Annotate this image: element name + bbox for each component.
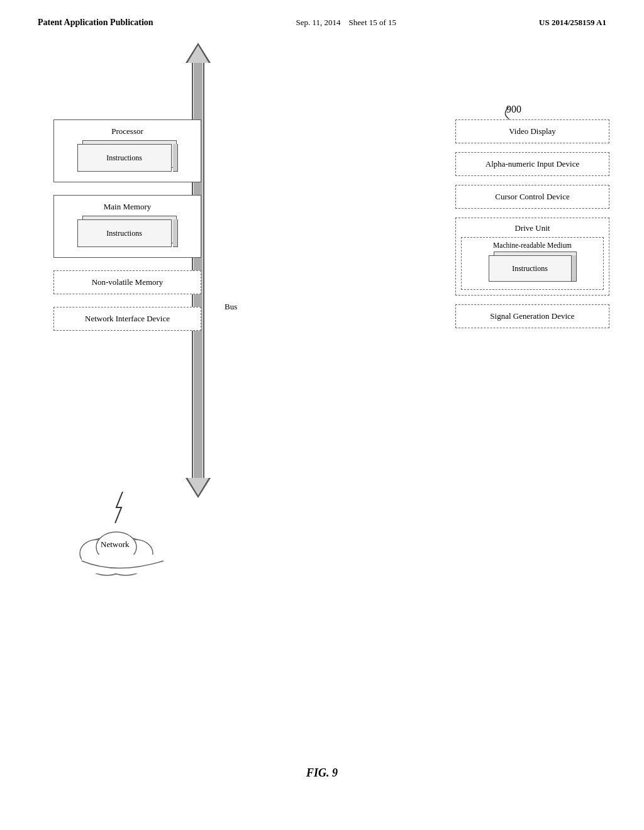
video-display-box: Video Display bbox=[455, 119, 609, 143]
drive-3d-side bbox=[572, 255, 577, 282]
main-memory-instructions-3d: Instructions bbox=[77, 216, 178, 248]
network-label: Network bbox=[101, 540, 130, 550]
left-column: Processor Instructions Main Memory Instr… bbox=[53, 119, 201, 343]
drive-unit-title: Drive Unit bbox=[461, 223, 604, 233]
processor-instructions-label: Instructions bbox=[77, 144, 172, 172]
bus-label: Bus bbox=[225, 302, 237, 312]
processor-instructions-3d: Instructions bbox=[77, 140, 178, 173]
figure-900-label: 900 bbox=[506, 104, 521, 115]
main-memory-3d-side bbox=[173, 219, 178, 247]
svg-marker-5 bbox=[187, 45, 209, 63]
network-cloud-icon bbox=[72, 522, 173, 578]
alpha-numeric-box: Alpha-numeric Input Device bbox=[455, 152, 609, 176]
drive-unit-box: Drive Unit Machine-readable Medium Instr… bbox=[455, 218, 609, 296]
non-volatile-memory-box: Non-volatile Memory bbox=[53, 270, 201, 294]
main-memory-instructions-label: Instructions bbox=[77, 219, 172, 247]
network-interface-box: Network Interface Device bbox=[53, 307, 201, 331]
processor-3d-side bbox=[173, 144, 178, 172]
drive-instructions-3d: Instructions bbox=[489, 252, 577, 283]
processor-box: Processor Instructions bbox=[53, 119, 201, 182]
svg-marker-7 bbox=[187, 478, 209, 495]
drive-instructions-label: Instructions bbox=[489, 255, 572, 282]
network-area: Network bbox=[72, 522, 173, 581]
sheet-info: Sheet 15 of 15 bbox=[349, 18, 396, 27]
main-memory-title: Main Memory bbox=[60, 202, 194, 212]
page-header: Patent Application Publication Sep. 11, … bbox=[0, 0, 644, 28]
processor-title: Processor bbox=[60, 126, 194, 136]
patent-number: US 2014/258159 A1 bbox=[539, 18, 606, 28]
publication-label: Patent Application Publication bbox=[38, 18, 153, 28]
machine-readable-medium-box: Machine-readable Medium Instructions bbox=[461, 237, 604, 290]
right-column: Video Display Alpha-numeric Input Device… bbox=[455, 119, 609, 337]
main-memory-box: Main Memory Instructions bbox=[53, 195, 201, 258]
pub-date: Sep. 11, 2014 bbox=[296, 18, 341, 27]
publication-date-sheet: Sep. 11, 2014 Sheet 15 of 15 bbox=[296, 18, 397, 28]
lightning-bolt-icon bbox=[107, 492, 145, 523]
cursor-control-box: Cursor Control Device bbox=[455, 185, 609, 209]
figure-label: FIG. 9 bbox=[306, 766, 338, 780]
machine-readable-title: Machine-readable Medium bbox=[465, 241, 599, 249]
signal-generation-box: Signal Generation Device bbox=[455, 304, 609, 328]
